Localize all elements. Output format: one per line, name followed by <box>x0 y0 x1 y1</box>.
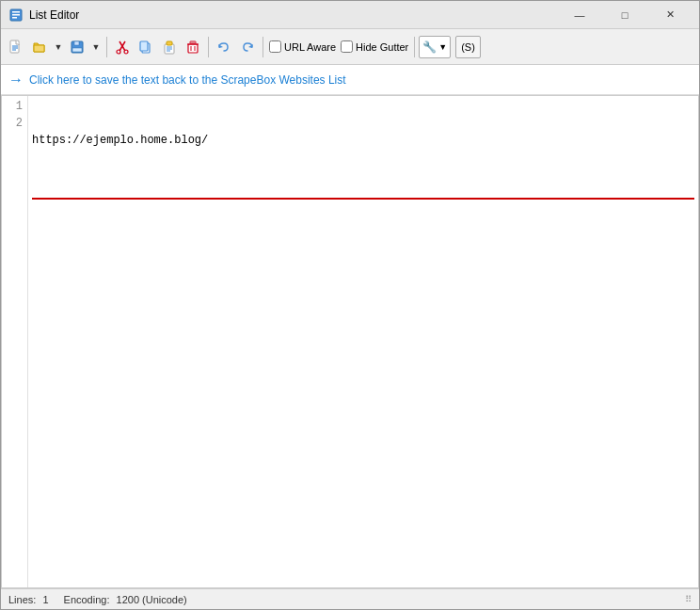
app-icon <box>8 8 24 23</box>
editor-text-area[interactable]: https://ejemplo.home.blog/ <box>28 96 698 587</box>
svg-point-13 <box>117 50 120 54</box>
editor-line-2 <box>32 183 694 200</box>
tools-dropdown-arrow: ▼ <box>438 42 447 52</box>
toolbar: ▼ ▼ <box>1 29 699 65</box>
undo-button[interactable] <box>213 35 235 59</box>
close-button[interactable]: ✕ <box>648 6 692 24</box>
hide-gutter-label[interactable]: Hide Gutter <box>356 41 408 53</box>
tools-dropdown[interactable]: 🔧 ▼ <box>419 36 451 58</box>
new-button[interactable] <box>5 35 27 59</box>
app-window: List Editor — □ ✕ ▼ <box>0 0 700 610</box>
save-link[interactable]: Click here to save the text back to the … <box>29 73 346 87</box>
line-numbers: 1 2 <box>2 96 28 587</box>
url-aware-group: URL Aware <box>269 40 336 53</box>
save-bar: → Click here to save the text back to th… <box>1 65 699 95</box>
paste-button[interactable] <box>158 35 181 59</box>
window-controls: — □ ✕ <box>558 6 692 24</box>
open-button[interactable] <box>28 35 51 59</box>
line-number-2: 2 <box>16 115 23 132</box>
url-aware-checkbox[interactable] <box>269 40 281 53</box>
hide-gutter-group: Hide Gutter <box>341 40 408 53</box>
maximize-button[interactable]: □ <box>603 6 646 24</box>
svg-rect-9 <box>74 41 79 45</box>
copy-button[interactable] <box>135 35 157 59</box>
svg-rect-1 <box>12 11 20 13</box>
toolbar-separator-1 <box>106 37 107 57</box>
svg-rect-16 <box>140 41 148 51</box>
svg-rect-3 <box>12 17 17 19</box>
encoding-label: Encoding: 1200 (Unicode) <box>64 594 187 605</box>
toolbar-separator-2 <box>208 37 209 57</box>
editor-line-1: https://ejemplo.home.blog/ <box>32 132 694 149</box>
url-aware-label[interactable]: URL Aware <box>284 41 336 53</box>
tools-icon: 🔧 <box>422 40 437 54</box>
editor-container: 1 2 https://ejemplo.home.blog/ <box>1 95 699 588</box>
line-number-1: 1 <box>16 98 23 115</box>
special-button[interactable]: (S) <box>455 36 481 58</box>
svg-rect-18 <box>167 41 172 45</box>
save-arrow-icon: → <box>8 72 24 88</box>
toolbar-separator-4 <box>414 37 415 57</box>
svg-rect-2 <box>12 14 20 16</box>
svg-rect-24 <box>190 41 196 43</box>
toolbar-separator-3 <box>262 37 263 57</box>
status-bar: Lines: 1 Encoding: 1200 (Unicode) ⠿ <box>1 588 699 609</box>
title-bar: List Editor — □ ✕ <box>1 1 699 29</box>
delete-button[interactable] <box>182 35 204 59</box>
minimize-button[interactable]: — <box>558 6 601 24</box>
window-title: List Editor <box>29 8 558 22</box>
cut-button[interactable] <box>111 35 134 59</box>
redo-button[interactable] <box>236 35 259 59</box>
resize-handle[interactable]: ⠿ <box>685 594 692 604</box>
lines-label: Lines: 1 <box>8 594 49 605</box>
svg-point-14 <box>124 50 128 54</box>
svg-rect-22 <box>188 44 198 53</box>
save-dropdown-button[interactable]: ▼ <box>89 35 103 59</box>
save-button[interactable] <box>66 35 88 59</box>
open-dropdown-button[interactable]: ▼ <box>52 35 65 59</box>
hide-gutter-checkbox[interactable] <box>341 40 353 53</box>
svg-rect-10 <box>72 48 82 52</box>
